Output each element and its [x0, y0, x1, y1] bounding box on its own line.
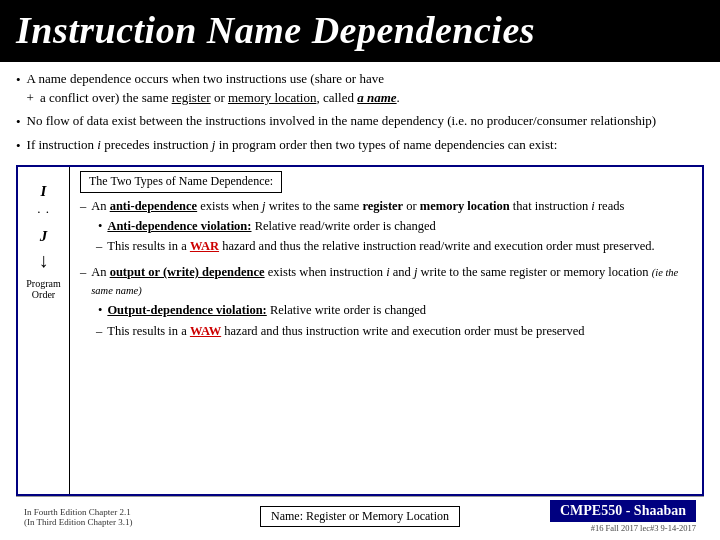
plus-symbol: +: [27, 89, 34, 108]
war-text: This results in a WAR hazard and thus th…: [107, 237, 654, 255]
bullet-section: • A name dependence occurs when two inst…: [16, 70, 704, 159]
out-dep-sub-text: Output-dependence violation: Relative wr…: [107, 301, 426, 319]
out-dep-sub: • Output-dependence violation: Relative …: [98, 301, 692, 319]
anti-dep-text: An anti-dependence exists when j writes …: [91, 197, 624, 215]
name-text: a name: [357, 90, 396, 105]
label-i: I: [41, 183, 47, 200]
bullet-text-1: A name dependence occurs when two instru…: [27, 70, 400, 108]
bullet-item-3: • If instruction i precedes instruction …: [16, 136, 704, 156]
bullet-item-2: • No flow of data exist between the inst…: [16, 112, 704, 132]
label-dots: · ·: [37, 204, 50, 220]
footer-brand-text: CMPE550 - Shaaban: [560, 503, 686, 518]
var-i-2: i: [386, 265, 389, 279]
mem-loc-1: memory location: [420, 199, 510, 213]
waw-hazard: WAW: [190, 324, 221, 338]
slide: Instruction Name Dependencies • A name d…: [0, 0, 720, 540]
footer-left: In Fourth Edition Chapter 2.1 (In Third …: [24, 507, 248, 527]
title-text: Instruction Name Dependencies: [16, 9, 535, 51]
footer-center: Name: Register or Memory Location: [248, 506, 472, 527]
sub-dot-2: •: [98, 301, 102, 319]
dash-2: –: [96, 237, 102, 255]
sub-dot-1: •: [98, 217, 102, 235]
var-j-title: j: [212, 137, 216, 152]
footer-sub-text: #16 Fall 2017 lec#3 9-14-2017: [472, 523, 696, 533]
var-i-1: i: [591, 199, 594, 213]
anti-dep-sub-text: Anti-dependence violation: Relative read…: [107, 217, 435, 235]
out-dep-item: – An output or (write) dependence exists…: [80, 263, 692, 299]
register-or-mem: register: [362, 199, 403, 213]
slide-title: Instruction Name Dependencies: [0, 0, 720, 62]
waw-text: This results in a WAW hazard and thus in…: [107, 322, 584, 340]
anti-dep-item: – An anti-dependence exists when j write…: [80, 197, 692, 215]
anti-dep-violation-label: Anti-dependence violation:: [107, 219, 251, 233]
dash-3: –: [80, 263, 86, 281]
waw-item: – This results in a WAW hazard and thus …: [80, 322, 692, 340]
footer: In Fourth Edition Chapter 2.1 (In Third …: [16, 496, 704, 536]
box-title: The Two Types of Name Dependence:: [80, 171, 282, 192]
memory-location-text: memory location: [228, 90, 316, 105]
out-dep-violation-label: Output-dependence violation:: [107, 303, 266, 317]
war-item: – This results in a WAR hazard and thus …: [80, 237, 692, 255]
var-j-2: j: [414, 265, 417, 279]
bullet-dot-1: •: [16, 71, 21, 90]
footer-left-line2: (In Third Edition Chapter 3.1): [24, 517, 248, 527]
var-j-1: j: [262, 199, 265, 213]
main-box: I · · J ↓ ProgramOrder The Two Types of …: [16, 165, 704, 496]
footer-left-line1: In Fourth Edition Chapter 2.1: [24, 507, 248, 517]
content-area: • A name dependence occurs when two inst…: [0, 62, 720, 540]
dash-4: –: [96, 322, 102, 340]
footer-right: CMPE550 - Shaaban #16 Fall 2017 lec#3 9-…: [472, 500, 696, 533]
footer-center-box: Name: Register or Memory Location: [260, 506, 460, 527]
left-labels: I · · J ↓ ProgramOrder: [18, 167, 70, 494]
label-program-order: ProgramOrder: [26, 278, 60, 300]
out-dep-text: An output or (write) dependence exists w…: [91, 263, 692, 299]
bullet-dot-2: •: [16, 113, 21, 132]
register-text: register: [172, 90, 211, 105]
war-hazard: WAR: [190, 239, 219, 253]
anti-dep-sub: • Anti-dependence violation: Relative re…: [98, 217, 692, 235]
footer-brand-box: CMPE550 - Shaaban: [550, 500, 696, 522]
var-i-title: i: [97, 137, 101, 152]
bullet-dot-3: •: [16, 137, 21, 156]
arrow-down: ↓: [39, 249, 49, 272]
anti-dep-label: anti-dependence: [110, 199, 198, 213]
label-j: J: [40, 228, 48, 245]
dash-1: –: [80, 197, 86, 215]
bullet-text-3: If instruction i precedes instruction j …: [27, 136, 558, 155]
right-content: The Two Types of Name Dependence: – An a…: [70, 167, 702, 494]
bullet-item-1: • A name dependence occurs when two inst…: [16, 70, 704, 108]
footer-center-text: Name: Register or Memory Location: [271, 509, 449, 523]
out-dep-label: output or (write) dependence: [110, 265, 265, 279]
bullet-text-2: No flow of data exist between the instru…: [27, 112, 657, 131]
